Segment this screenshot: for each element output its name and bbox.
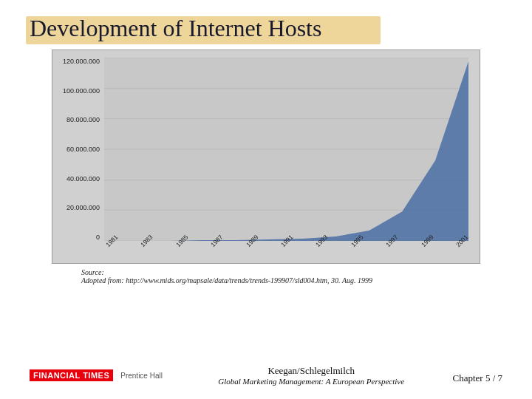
x-axis-labels: 1981 1983 1985 1987 1989 1991 1993 1995 … bbox=[104, 241, 468, 263]
footer-author: Keegan/Schlegelmilch bbox=[170, 365, 453, 377]
y-label-7: 0 bbox=[96, 233, 100, 241]
chart-inner bbox=[104, 58, 468, 241]
source-text: Source: Adopted from: http://www.mids.or… bbox=[81, 268, 502, 284]
y-label-4: 60.000.000 bbox=[66, 146, 100, 153]
slide: Development of Internet Hosts 120.000.00… bbox=[0, 0, 532, 399]
footer-left: FINANCIAL TIMES Prentice Hall bbox=[30, 369, 163, 381]
y-label-5: 40.000.000 bbox=[66, 175, 100, 183]
footer-chapter: Chapter 5 / 7 bbox=[452, 372, 502, 386]
slide-title: Development of Internet Hosts bbox=[30, 15, 502, 42]
footer-center: Keegan/Schlegelmilch Global Marketing Ma… bbox=[170, 365, 453, 386]
footer-book: Global Marketing Management: A European … bbox=[170, 377, 453, 386]
y-label-1: 120.000.000 bbox=[63, 58, 100, 65]
chart-container: 120.000.000 100.000.000 80.000.000 60.00… bbox=[52, 50, 480, 264]
source-line1: Source: bbox=[81, 268, 104, 276]
y-label-6: 20.000.000 bbox=[66, 204, 100, 211]
y-label-3: 80.000.000 bbox=[66, 116, 100, 123]
footer: FINANCIAL TIMES Prentice Hall Keegan/Sch… bbox=[0, 365, 532, 386]
y-axis-labels: 120.000.000 100.000.000 80.000.000 60.00… bbox=[52, 58, 104, 241]
title-area: Development of Internet Hosts bbox=[30, 15, 502, 42]
y-label-2: 100.000.000 bbox=[63, 87, 100, 95]
logo-ft: FINANCIAL TIMES bbox=[30, 369, 113, 381]
source-line2: Adopted from: http://www.mids.org/mapsal… bbox=[81, 276, 372, 284]
logo-ph: Prentice Hall bbox=[120, 372, 163, 380]
chart-svg bbox=[104, 58, 468, 241]
